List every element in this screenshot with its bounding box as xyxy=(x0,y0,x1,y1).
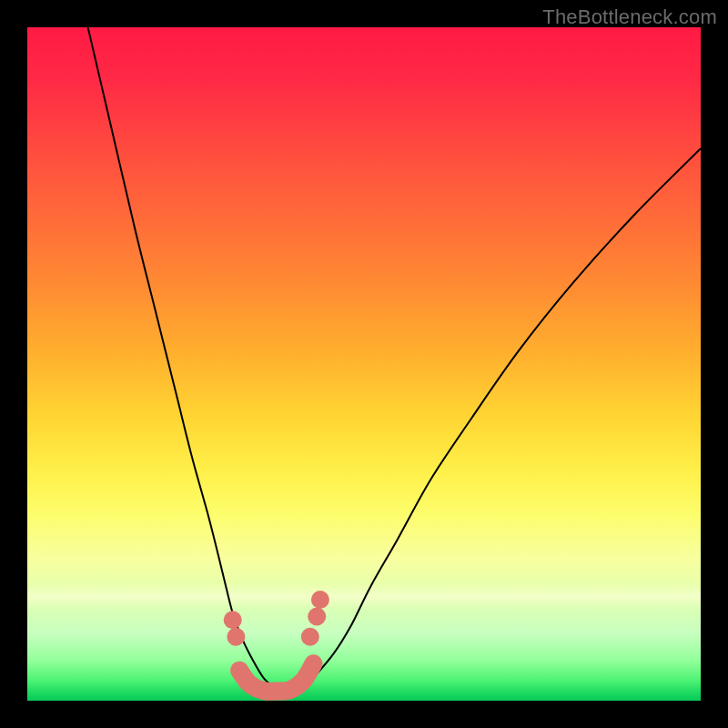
outer-frame: TheBottleneck.com xyxy=(0,0,728,728)
curve-layer xyxy=(27,27,701,701)
bead xyxy=(227,628,245,646)
bead xyxy=(308,608,326,626)
bead xyxy=(311,591,329,609)
watermark-text: TheBottleneck.com xyxy=(542,5,717,29)
bead xyxy=(301,628,319,646)
beads-group xyxy=(224,591,329,646)
garland-path xyxy=(239,663,313,692)
bead xyxy=(224,611,242,629)
left-curve xyxy=(88,27,274,687)
right-curve xyxy=(303,148,701,687)
plot-area xyxy=(27,27,701,701)
